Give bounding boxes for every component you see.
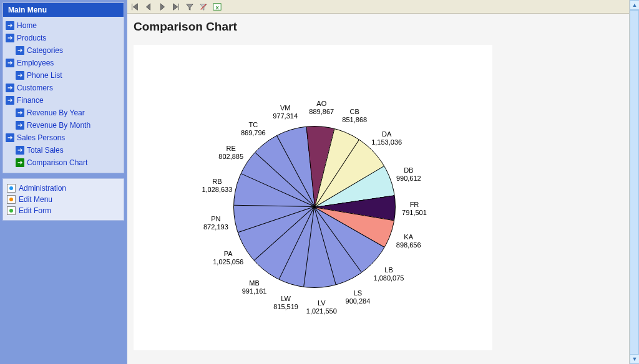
admin-item-label: Edit Menu (19, 195, 52, 204)
arrow-icon: ➔ (6, 133, 14, 142)
arrow-icon: ➔ (6, 21, 14, 30)
sidebar-item-products[interactable]: ➔Products (4, 32, 122, 44)
arrow-icon: ➔ (16, 146, 24, 155)
sidebar-item-label: Finance (17, 95, 44, 105)
sidebar-item-label: Customers (17, 83, 53, 93)
pie-label-LB: LB1,080,075 (370, 266, 407, 282)
arrow-icon: ➔ (6, 59, 14, 67)
sidebar-item-finance[interactable]: ➔Finance (4, 94, 122, 107)
pie-label-KA: KA898,656 (390, 233, 427, 249)
admin-panel: AdministrationEdit MenuEdit Form (2, 178, 124, 221)
admin-item-administration[interactable]: Administration (7, 183, 120, 194)
sidebar-item-phone-list[interactable]: ➔Phone List (4, 69, 122, 82)
pie-label-DB: DB990,612 (390, 166, 427, 183)
pie-label-MB: MB991,161 (236, 279, 273, 295)
main-menu-panel: Main Menu ➔Home➔Products➔Categories➔Empl… (2, 2, 124, 173)
arrow-icon: ➔ (6, 34, 14, 42)
arrow-icon: ➔ (16, 108, 24, 117)
main-menu-list: ➔Home➔Products➔Categories➔Employees➔Phon… (3, 17, 124, 173)
prev-icon[interactable] (144, 2, 154, 12)
sidebar-item-label: Phone List (27, 70, 62, 80)
scroll-thumb[interactable] (630, 10, 639, 359)
next-icon[interactable] (157, 2, 167, 12)
page-title: Comparison Chart (134, 20, 633, 34)
last-icon[interactable] (171, 2, 181, 12)
pie-label-DA: DA1,153,036 (368, 130, 406, 146)
pie-label-LV: LV1,021,550 (303, 299, 340, 315)
admin-item-label: Administration (19, 184, 66, 193)
sidebar-item-label: Home (17, 21, 37, 31)
arrow-icon: ➔ (16, 158, 24, 167)
pie-label-PN: PN872,193 (197, 215, 235, 231)
admin-item-label: Edit Form (19, 206, 51, 215)
sidebar-item-categories[interactable]: ➔Categories (4, 44, 122, 57)
sidebar-item-sales-persons[interactable]: ➔Sales Persons (4, 132, 122, 144)
admin-icon (7, 206, 16, 215)
page-title-area: Comparison Chart (127, 14, 639, 37)
clear-filter-icon[interactable] (198, 2, 208, 12)
pie-label-RB: RB1,028,633 (198, 178, 236, 194)
admin-item-edit-menu[interactable]: Edit Menu (7, 194, 120, 205)
arrow-icon: ➔ (6, 96, 14, 105)
arrow-icon: ➔ (16, 71, 24, 80)
vertical-scrollbar[interactable]: ▲ ▼ (629, 0, 639, 364)
arrow-icon: ➔ (16, 46, 24, 55)
scroll-up-icon[interactable]: ▲ (630, 0, 639, 10)
pie-label-AO: AO889,867 (303, 100, 340, 116)
sidebar-item-label: Employees (17, 58, 54, 68)
toolbar: X (127, 0, 639, 14)
pie-label-CB: CB851,868 (336, 108, 373, 124)
pie-chart (233, 126, 396, 288)
sidebar-item-comparison-chart[interactable]: ➔Comparison Chart (4, 156, 122, 169)
pie-label-LS: LS900,284 (339, 289, 376, 305)
admin-icon (7, 184, 16, 193)
sidebar-item-label: Products (17, 33, 46, 43)
arrow-icon: ➔ (6, 84, 14, 92)
sidebar: Main Menu ➔Home➔Products➔Categories➔Empl… (0, 0, 127, 364)
filter-icon[interactable] (185, 2, 195, 12)
sidebar-item-label: Comparison Chart (27, 158, 87, 168)
sidebar-item-customers[interactable]: ➔Customers (4, 82, 122, 94)
sidebar-item-revenue-by-month[interactable]: ➔Revenue By Month (4, 119, 122, 132)
sidebar-item-revenue-by-year[interactable]: ➔Revenue By Year (4, 107, 122, 119)
first-icon[interactable] (130, 2, 140, 12)
excel-icon[interactable]: X (212, 2, 222, 12)
arrow-icon: ➔ (16, 121, 24, 130)
sidebar-item-total-sales[interactable]: ➔Total Sales (4, 144, 122, 156)
sidebar-item-employees[interactable]: ➔Employees (4, 57, 122, 69)
sidebar-item-label: Total Sales (27, 145, 64, 155)
admin-item-edit-form[interactable]: Edit Form (7, 205, 120, 216)
scroll-down-icon[interactable]: ▼ (630, 354, 639, 364)
svg-text:X: X (215, 4, 219, 10)
pie-label-FR: FR791,501 (396, 201, 433, 217)
chart-container: AO889,867CB851,868DA1,153,036DB990,612FR… (134, 45, 492, 350)
pie-label-RE: RE802,885 (212, 145, 250, 161)
sidebar-item-label: Categories (27, 46, 63, 55)
sidebar-item-label: Sales Persons (17, 133, 65, 143)
pie-label-PA: PA1,025,056 (210, 250, 247, 266)
admin-icon (7, 195, 16, 204)
pie-label-TC: TC869,796 (235, 121, 272, 137)
sidebar-item-label: Revenue By Year (27, 108, 85, 118)
sidebar-item-home[interactable]: ➔Home (4, 19, 122, 32)
pie-label-VM: VM977,314 (266, 104, 304, 120)
sidebar-item-label: Revenue By Month (27, 120, 90, 130)
pie-label-LW: LW815,519 (267, 295, 305, 311)
main-menu-header: Main Menu (3, 3, 124, 17)
main-content: X Comparison Chart AO889,867CB851,868DA1… (127, 0, 639, 364)
